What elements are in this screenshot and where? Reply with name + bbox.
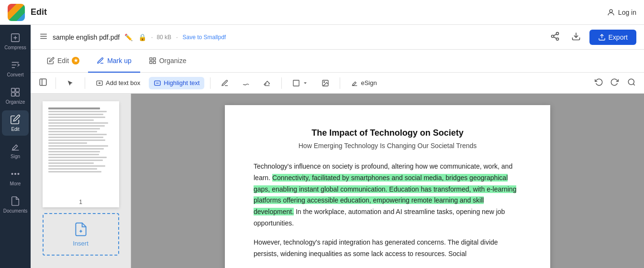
tab-bar: Edit ★ Mark up Organize	[31, 50, 644, 73]
redo-button[interactable]	[608, 75, 621, 90]
svg-rect-5	[16, 93, 19, 96]
top-bar: Edit Log in	[0, 0, 644, 25]
sidebar-item-sign[interactable]: Sign	[2, 138, 29, 163]
thumb-line	[48, 111, 107, 112]
file-size-separator: ·	[151, 34, 153, 41]
more-icon	[10, 169, 21, 179]
tab-markup-label: Mark up	[107, 57, 132, 64]
tab-edit[interactable]: Edit ★	[38, 50, 88, 73]
svg-rect-22	[153, 61, 155, 64]
tab-markup[interactable]: Mark up	[88, 50, 140, 73]
lock-button[interactable]: 🔒	[137, 32, 147, 42]
pdf-area: 1 Insert The Impact of Technology on Soc…	[31, 94, 644, 268]
undo-button[interactable]	[592, 75, 606, 90]
convert-icon	[10, 60, 21, 70]
svg-rect-21	[150, 61, 152, 64]
select-tool-button[interactable]	[62, 77, 79, 89]
content-area: sample english pdf.pdf ✏️ 🔒 · 80 kB · Sa…	[31, 25, 644, 268]
save-to-smallpdf-link[interactable]: Save to Smallpdf	[182, 34, 226, 41]
sidebar-toggle-button[interactable]	[38, 31, 49, 43]
top-bar-right: Log in	[607, 8, 636, 17]
svg-point-13	[551, 35, 554, 38]
svg-point-30	[628, 79, 634, 85]
svg-line-31	[633, 84, 634, 85]
person-icon	[607, 8, 615, 17]
svg-point-0	[610, 10, 612, 12]
thumb-line	[48, 154, 99, 155]
svg-point-29	[324, 81, 325, 82]
thumbnail-page-1[interactable]: 1	[43, 101, 119, 207]
thumb-line	[48, 114, 104, 115]
eraser-icon	[263, 79, 271, 87]
sidebar-item-more[interactable]: More	[2, 165, 29, 190]
sidebar-item-compress[interactable]: Compress	[2, 29, 29, 54]
page-number-1: 1	[43, 197, 119, 207]
pen-tool-button[interactable]	[216, 77, 233, 89]
eraser-tool-button[interactable]	[258, 77, 276, 89]
panel-toggle-button[interactable]	[36, 75, 50, 90]
divider-3	[210, 77, 211, 89]
document-subtitle: How Emerging Technology Is Changing Our …	[254, 142, 522, 150]
login-button[interactable]: Log in	[607, 8, 636, 17]
highlight-text-button[interactable]: Highlight text	[149, 77, 204, 89]
tab-organize[interactable]: Organize	[140, 50, 195, 73]
esign-button[interactable]: eSign	[346, 77, 381, 89]
edit-icon	[10, 114, 21, 125]
search-icon	[627, 78, 636, 86]
highlight-icon	[154, 79, 161, 87]
svg-rect-27	[293, 80, 299, 86]
shape-icon	[292, 79, 300, 87]
thumb-line	[48, 117, 106, 118]
paragraph-1: Technology's influence on society is pro…	[254, 161, 522, 229]
file-info: sample english pdf.pdf ✏️ 🔒 · 80 kB · Sa…	[38, 31, 226, 43]
thumb-line	[48, 134, 107, 135]
pen-icon	[221, 79, 229, 87]
highlight-text-label: Highlight text	[164, 79, 200, 86]
svg-rect-20	[153, 58, 155, 60]
markup-tab-icon	[97, 57, 104, 64]
thumb-line	[48, 151, 100, 152]
markup-toolbar: Add text box Highlight text	[31, 73, 644, 94]
svg-rect-2	[11, 88, 15, 92]
sidebar-item-organize[interactable]: Organize	[2, 83, 29, 108]
search-button[interactable]	[625, 75, 638, 90]
share-icon	[550, 32, 560, 41]
svg-point-12	[556, 32, 558, 35]
share-button[interactable]	[547, 29, 563, 45]
svg-point-7	[15, 173, 16, 175]
thumbnail-insert-button[interactable]: Insert	[43, 213, 119, 256]
export-button[interactable]: Export	[589, 30, 636, 45]
sidebar-item-edit[interactable]: Edit	[2, 110, 29, 136]
svg-point-8	[18, 173, 19, 175]
rename-button[interactable]: ✏️	[123, 32, 133, 42]
cursor-icon	[67, 79, 74, 87]
svg-rect-23	[40, 79, 46, 86]
organize-icon	[10, 87, 21, 97]
paragraph-2: However, technology's rapid integration …	[254, 237, 522, 260]
divider-2	[85, 77, 85, 89]
esign-icon	[351, 79, 358, 87]
thumb-lines	[44, 103, 117, 177]
thumb-line	[48, 137, 104, 138]
thumb-line	[48, 165, 106, 167]
documents-icon	[10, 196, 21, 206]
file-meta-separator: ·	[176, 34, 178, 41]
undo-redo-group	[592, 75, 621, 90]
download-button[interactable]	[568, 29, 584, 45]
redo-icon	[610, 78, 619, 86]
add-text-box-button[interactable]: Add text box	[91, 77, 145, 89]
left-sidebar: Compress Convert Organize Edit Sign More…	[0, 25, 31, 268]
thumb-line	[48, 139, 106, 141]
sidebar-item-documents[interactable]: Documents	[2, 192, 29, 217]
text-box-icon	[96, 79, 103, 87]
document-viewer[interactable]: The Impact of Technology on Society How …	[131, 94, 644, 268]
thumb-line	[48, 131, 97, 132]
svg-rect-19	[150, 58, 152, 60]
freehand-tool-button[interactable]	[237, 77, 255, 89]
image-tool-button[interactable]	[317, 77, 334, 89]
svg-rect-3	[16, 88, 19, 92]
thumb-line	[48, 142, 88, 144]
toolbar-actions: Export	[547, 29, 636, 45]
shape-tool-button[interactable]	[288, 77, 313, 89]
sidebar-item-convert[interactable]: Convert	[2, 56, 29, 81]
